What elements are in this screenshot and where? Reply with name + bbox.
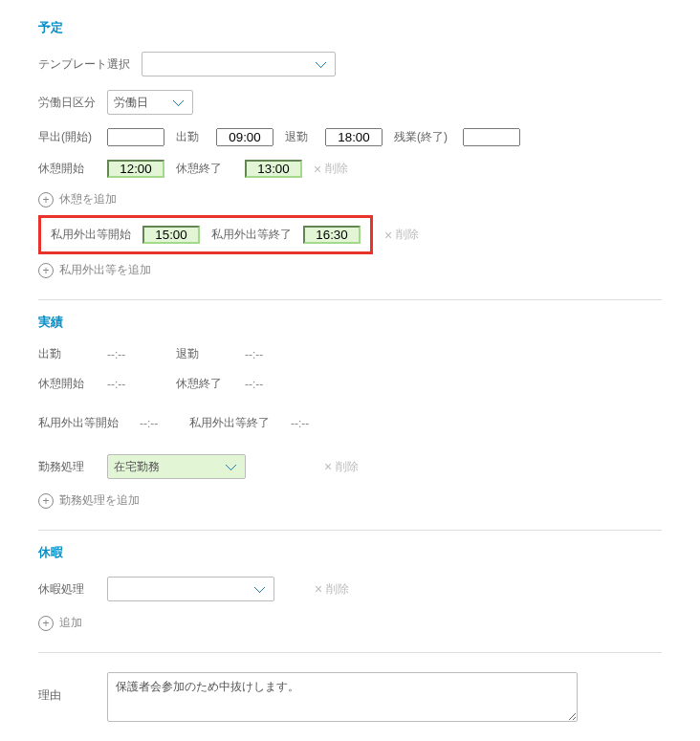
actual-priv-end-label: 私用外出等終了: [189, 415, 279, 431]
actual-attend-label: 出勤: [38, 346, 96, 362]
actual-priv-end-value: --:--: [291, 417, 309, 430]
add-worktype-button[interactable]: + 勤務処理を追加: [38, 492, 140, 509]
actual-section-title: 実績: [38, 314, 662, 331]
ot-input[interactable]: [463, 128, 520, 146]
vacation-section-title: 休暇: [38, 544, 662, 561]
workday-label: 労働日区分: [38, 95, 96, 111]
attend-input[interactable]: [216, 128, 273, 146]
actual-break-start-value: --:--: [107, 378, 164, 391]
template-select[interactable]: [142, 52, 336, 76]
priv-start-input[interactable]: [142, 226, 200, 244]
plus-icon: +: [38, 263, 54, 278]
priv-end-label: 私用外出等終了: [211, 227, 292, 243]
plus-icon: +: [38, 493, 54, 509]
early-label: 早出(開始): [38, 129, 96, 145]
break-end-input[interactable]: [245, 160, 302, 178]
actual-priv-start-value: --:--: [140, 417, 178, 430]
delete-break-button[interactable]: × 削除: [314, 161, 348, 177]
actual-priv-start-label: 私用外出等開始: [38, 415, 128, 431]
delete-vacation-button[interactable]: × 削除: [315, 581, 349, 598]
template-label: テンプレート選択: [38, 56, 130, 73]
add-break-button[interactable]: + 休憩を追加: [38, 191, 117, 207]
close-icon: ×: [315, 582, 322, 596]
reason-textarea[interactable]: [107, 672, 578, 722]
leave-input[interactable]: [325, 128, 383, 146]
actual-break-end-label: 休憩終了: [176, 376, 233, 392]
close-icon: ×: [314, 163, 321, 176]
break-start-label: 休憩開始: [38, 161, 96, 177]
vacation-select-label: 休暇処理: [38, 581, 96, 598]
actual-leave-value: --:--: [245, 348, 263, 361]
leave-label: 退勤: [285, 129, 314, 145]
break-end-label: 休憩終了: [176, 161, 233, 177]
plus-icon: +: [38, 616, 54, 631]
worktype-label: 勤務処理: [38, 459, 96, 475]
actual-break-start-label: 休憩開始: [38, 376, 96, 392]
vacation-select[interactable]: [107, 577, 274, 601]
plus-icon: +: [38, 192, 54, 207]
attend-label: 出勤: [176, 129, 205, 145]
plan-section-title: 予定: [38, 19, 662, 36]
delete-priv-button[interactable]: × 削除: [384, 227, 419, 243]
priv-end-input[interactable]: [303, 226, 361, 244]
reason-label: 理由: [38, 687, 96, 704]
break-start-input[interactable]: [107, 160, 164, 178]
worktype-select[interactable]: 在宅勤務: [107, 454, 246, 479]
delete-worktype-button[interactable]: × 削除: [324, 459, 359, 475]
actual-break-end-value: --:--: [245, 378, 263, 391]
actual-attend-value: --:--: [107, 348, 164, 361]
ot-label: 残業(終了): [394, 129, 451, 145]
workday-select[interactable]: 労働日: [107, 90, 193, 115]
private-outing-highlight: 私用外出等開始 私用外出等終了: [38, 215, 373, 254]
priv-start-label: 私用外出等開始: [51, 227, 131, 243]
add-priv-button[interactable]: + 私用外出等を追加: [38, 262, 151, 278]
add-vacation-button[interactable]: + 追加: [38, 615, 82, 631]
early-input[interactable]: [107, 128, 164, 146]
close-icon: ×: [384, 229, 392, 242]
actual-leave-label: 退勤: [176, 346, 233, 362]
close-icon: ×: [324, 460, 332, 473]
